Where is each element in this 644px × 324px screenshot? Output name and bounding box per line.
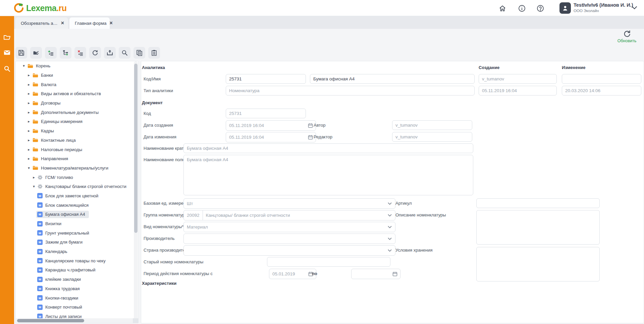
kind-select[interactable]: Материал	[183, 222, 395, 232]
modified-date-input[interactable]: 05.11.2019 16:04	[226, 132, 316, 142]
article-input[interactable]	[476, 198, 600, 208]
user-avatar-icon[interactable]	[559, 2, 571, 14]
chevron-collapsed-icon[interactable]: ▸	[26, 119, 32, 124]
tab-main-form[interactable]: Главная форма ×	[69, 17, 110, 29]
close-icon[interactable]: ×	[61, 20, 64, 26]
add-row-button[interactable]	[45, 47, 57, 59]
tree-item[interactable]: МБлок для заметок цветной	[16, 191, 138, 201]
tree-item[interactable]: МКонверт почтовый	[16, 303, 138, 312]
creation-user-input[interactable]	[479, 74, 557, 84]
paste-button[interactable]	[148, 47, 160, 59]
tab-analytics-explorer[interactable]: Обозреватель аналитик ×	[15, 17, 68, 29]
full-name-textarea[interactable]: Бумага офисная А4	[183, 155, 473, 195]
group-select[interactable]: 20092 Канцтовары/ бланки строгой отчетно…	[183, 210, 395, 220]
copy-button[interactable]	[133, 47, 145, 59]
tree-item[interactable]: ▾Канцтовары/ бланки строгой отчетности	[16, 182, 138, 191]
period-to-input[interactable]	[351, 269, 400, 279]
tree-check-button[interactable]	[30, 47, 42, 59]
tree-item[interactable]: Мклейкие закладки	[16, 275, 138, 284]
tree-item[interactable]: МБумага офисная А4	[16, 210, 138, 219]
chevron-collapsed-icon[interactable]: ▸	[26, 91, 32, 96]
chevron-expanded-icon[interactable]: ▾	[26, 166, 32, 170]
chevron-expanded-icon[interactable]: ▾	[31, 184, 37, 189]
editor-input[interactable]	[392, 132, 472, 142]
calendar-icon[interactable]	[392, 271, 397, 276]
tree-item[interactable]: ▾Номенклатура/материалы/услуги	[16, 164, 138, 173]
code-input[interactable]	[226, 74, 306, 84]
tree-item-label: Книжка трудовая	[45, 286, 79, 291]
tree-item[interactable]: МГрунт универсальный	[16, 228, 138, 238]
tree-item[interactable]: МКанцелярские товары по чеку	[16, 256, 138, 265]
delete-row-button[interactable]	[74, 47, 86, 59]
tree-item[interactable]: ▸Виды активов и обязательств	[16, 89, 138, 99]
analytics-type-input[interactable]	[226, 86, 475, 95]
tree-item[interactable]: ▸Договоры	[16, 99, 138, 108]
name-input[interactable]	[310, 74, 475, 84]
tree-item[interactable]: ▸Кадры	[16, 126, 138, 136]
tree-item[interactable]: ▸Контактные лица	[16, 136, 138, 145]
storage-textarea[interactable]	[476, 247, 600, 281]
chevron-collapsed-icon[interactable]: ▸	[26, 110, 32, 115]
manufacturer-select[interactable]	[183, 234, 395, 244]
creation-date-input[interactable]	[479, 86, 557, 95]
tree-vertical-scrollbar-thumb[interactable]	[134, 64, 138, 233]
tree-item[interactable]: МКнопки-гвоздики	[16, 293, 138, 303]
home-icon[interactable]	[498, 4, 506, 12]
folder-icon	[33, 166, 38, 170]
author-input[interactable]	[392, 120, 472, 130]
description-textarea[interactable]	[476, 210, 600, 245]
country-select[interactable]	[183, 245, 395, 256]
chevron-collapsed-icon[interactable]: ▸	[26, 82, 32, 87]
help-icon[interactable]	[536, 4, 544, 12]
add-child-node-button[interactable]	[60, 47, 71, 59]
tree-item[interactable]: ▸ГСМ/ топливо	[16, 173, 138, 182]
doc-code-input[interactable]	[226, 109, 306, 118]
tree-item[interactable]: ▸Направления	[16, 154, 138, 164]
tree-item[interactable]: МКалендарь	[16, 247, 138, 256]
tree-item[interactable]: ▸Валюта	[16, 80, 138, 89]
tree-item[interactable]: МЗажим для бумаги	[16, 238, 138, 247]
info-icon[interactable]	[518, 4, 526, 12]
import-button[interactable]	[104, 47, 116, 59]
mail-icon[interactable]	[3, 49, 11, 56]
refresh-button[interactable]: Обновить	[612, 29, 641, 45]
chevron-collapsed-icon[interactable]: ▸	[26, 101, 32, 105]
tree-item[interactable]: ▸Единицы измерения	[16, 117, 138, 126]
tree-item-label: Визитки	[45, 221, 61, 226]
material-icon: М	[37, 240, 43, 245]
modification-user-input[interactable]	[562, 74, 641, 84]
base-unit-value: Шт	[184, 201, 193, 206]
chevron-collapsed-icon[interactable]: ▸	[26, 138, 32, 142]
chevron-collapsed-icon[interactable]: ▸	[26, 73, 32, 77]
old-number-input[interactable]	[267, 257, 390, 267]
search-icon[interactable]	[3, 65, 11, 72]
folder-icon[interactable]	[3, 34, 11, 41]
created-date-input[interactable]: 05.11.2019 16:04	[226, 120, 316, 131]
tree-item[interactable]: МКарандаш ч.графитовый	[16, 265, 138, 275]
chevron-collapsed-icon[interactable]: ▸	[26, 156, 32, 161]
short-name-input[interactable]	[183, 143, 473, 153]
tree-item[interactable]: МБлок самоклеящийся	[16, 200, 138, 210]
calendar-icon[interactable]	[308, 123, 313, 128]
search-button[interactable]	[119, 47, 130, 59]
modification-date-input[interactable]	[562, 86, 641, 95]
chevron-expanded-icon[interactable]: ▾	[21, 64, 26, 68]
period-from-input[interactable]: 05.01.2019	[269, 269, 316, 279]
tree-item[interactable]: МВизитки	[16, 219, 138, 229]
refresh-tree-button[interactable]	[89, 47, 101, 59]
close-icon[interactable]: ×	[109, 20, 112, 26]
chevron-collapsed-icon[interactable]: ▸	[26, 147, 32, 152]
tree-horizontal-scrollbar-thumb[interactable]	[17, 319, 84, 322]
chevron-collapsed-icon[interactable]: ▸	[31, 175, 37, 180]
tree-item[interactable]: МКнижка трудовая	[16, 284, 138, 294]
tree-item[interactable]: ▸Банки	[16, 71, 138, 80]
tree-item[interactable]: ▸Налоговые периоды	[16, 145, 138, 154]
save-button[interactable]	[15, 47, 27, 59]
tree-item[interactable]: ▾Корень	[16, 61, 138, 71]
chevron-down-icon[interactable]	[632, 6, 637, 9]
tree-item[interactable]: ▸Дополнительные документы	[16, 108, 138, 117]
calendar-icon[interactable]	[308, 135, 313, 140]
app-logo[interactable]: Lexema.ru	[13, 2, 67, 14]
base-unit-select[interactable]: Шт	[183, 198, 395, 209]
chevron-collapsed-icon[interactable]: ▸	[26, 129, 32, 133]
